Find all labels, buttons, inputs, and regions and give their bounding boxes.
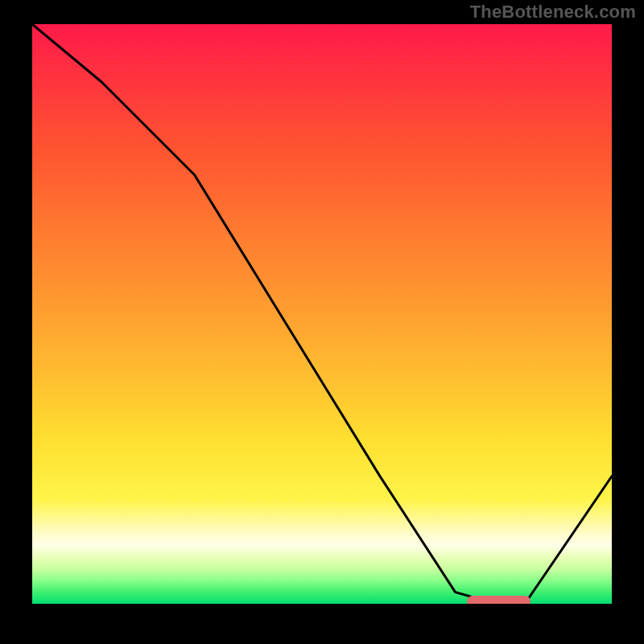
bottleneck-curve — [32, 24, 612, 604]
watermark-text: TheBottleneck.com — [470, 2, 636, 23]
plot-area — [32, 24, 612, 604]
optimal-region-marker — [467, 596, 530, 604]
